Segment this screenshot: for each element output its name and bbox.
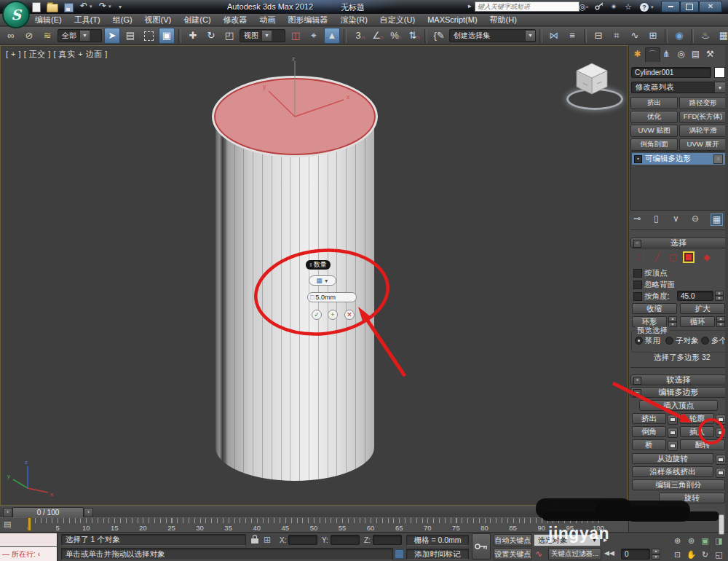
absolute-offset-toggle-icon[interactable]: ⊞ (264, 535, 271, 545)
reference-coordsys-dropdown[interactable]: 视图▼ (240, 29, 285, 42)
rectangular-selection-region-icon[interactable] (141, 28, 157, 44)
show-end-result-icon[interactable]: ▯ (654, 213, 659, 224)
qat-open-button[interactable] (47, 3, 58, 12)
curve-editor-icon[interactable]: ∿ (627, 28, 643, 44)
snaps-toggle-icon[interactable]: 3∩ (350, 28, 366, 44)
preview-off-radio[interactable]: 禁用 (635, 336, 660, 346)
extrude-settings-button[interactable] (668, 415, 678, 425)
current-frame-marker[interactable] (28, 517, 31, 531)
use-pivot-center-icon[interactable]: ◫ (288, 28, 304, 44)
modifier-shortcut-button[interactable]: 挤出 (630, 97, 678, 109)
named-selection-sets-dropdown[interactable]: 创建选择集▼ (449, 29, 536, 42)
close-button[interactable]: ✕ (699, 1, 722, 12)
outline-settings-button[interactable] (716, 415, 726, 425)
hinge-from-edge-button[interactable]: 从边旋转 (632, 453, 713, 464)
menu-item[interactable]: 自定义(U) (380, 15, 415, 26)
menu-item[interactable]: 创建(C) (183, 15, 210, 26)
maximize-viewport-icon[interactable]: ◱ (713, 549, 725, 560)
by-vertex-checkbox[interactable] (633, 269, 642, 278)
spinner-down-icon[interactable]: ▼ (652, 554, 660, 560)
redo-button[interactable]: ↷ (99, 1, 106, 11)
prev-frame-button[interactable]: ‹ (3, 508, 12, 517)
orbit-icon[interactable]: ↻ (699, 549, 711, 560)
communication-center-icon[interactable]: ✴ (607, 1, 620, 12)
align-icon[interactable]: ≡ (564, 28, 580, 44)
rollout-soft-selection-header[interactable]: +软选择 (630, 374, 727, 385)
minimize-button[interactable] (661, 1, 680, 12)
inset-button[interactable]: 插入 (680, 426, 714, 437)
auto-key-button[interactable]: 自动关键点 (494, 534, 532, 546)
maximize-button[interactable] (680, 1, 699, 12)
caddy-cancel-button[interactable]: ✕ (344, 310, 355, 320)
viewport-label[interactable]: [ + ] [ 正交 ] [ 真实 + 边面 ] (6, 49, 108, 60)
caddy-amount-field[interactable]: □5.0mm (307, 292, 357, 302)
object-color-swatch[interactable] (714, 67, 725, 78)
object-name-field[interactable]: Cylinder001 (631, 67, 711, 78)
rollout-selection-header[interactable]: −选择 (630, 238, 727, 248)
tab-hierarchy[interactable]: ⋔ (660, 47, 673, 61)
layer-manager-icon[interactable]: ⊟ (590, 28, 606, 44)
qat-new-button[interactable] (32, 2, 41, 12)
menu-item[interactable]: 工具(T) (74, 15, 100, 26)
frame-spinner[interactable]: ▲▼ (652, 549, 660, 560)
time-tag-icon[interactable] (395, 549, 404, 559)
polygon-subobject-icon-active[interactable] (683, 251, 695, 263)
viewcube[interactable] (573, 61, 611, 99)
extrude-button[interactable]: 挤出 (632, 413, 666, 424)
vertex-subobject-icon[interactable]: ∷ (635, 251, 647, 263)
spinner-down-icon[interactable]: ▼ (716, 322, 725, 328)
next-frame-button[interactable]: › (84, 508, 93, 517)
help-dropdown-icon[interactable]: ▾ (651, 4, 654, 10)
spinner-up-icon[interactable]: ▲ (668, 316, 677, 322)
modifier-shortcut-button[interactable]: 涡轮平滑 (679, 125, 727, 137)
scroll-handle[interactable] (719, 514, 724, 535)
set-key-button[interactable]: 设置关键点 (494, 548, 532, 560)
by-angle-checkbox[interactable] (633, 292, 642, 301)
current-frame-field[interactable]: 0 (621, 549, 650, 560)
go-to-start-icon[interactable]: ◀◀ (604, 549, 614, 557)
spinner-up-icon[interactable]: ▲ (716, 316, 725, 322)
select-and-move-icon[interactable]: ✚ (185, 28, 201, 44)
menu-item[interactable]: 视图(V) (145, 15, 172, 26)
keyboard-shortcut-override-button[interactable] (472, 533, 491, 560)
tab-modify[interactable]: ⌒ (645, 47, 660, 62)
select-and-link-icon[interactable]: ∞ (3, 28, 19, 44)
menu-item[interactable]: 编辑(E) (35, 15, 62, 26)
bevel-settings-button[interactable] (668, 428, 678, 438)
spinner-up-icon[interactable]: ▲ (715, 291, 724, 296)
remove-modifier-icon[interactable]: ⊖ (692, 213, 699, 224)
preview-multi-radio[interactable]: 多个 (701, 336, 727, 346)
x-coord-field[interactable] (288, 535, 317, 545)
border-subobject-icon[interactable]: ▢ (667, 251, 679, 263)
add-time-tag-field[interactable]: 添加时间标记 (406, 549, 469, 560)
y-coord-field[interactable] (331, 535, 360, 545)
angle-snap-icon[interactable]: ∠∩ (368, 28, 384, 44)
shrink-button[interactable]: 收缩 (632, 303, 677, 314)
select-and-rotate-icon[interactable]: ↻ (203, 28, 219, 44)
percent-snap-icon[interactable]: %∩ (387, 28, 403, 44)
menu-item[interactable]: MAXScript(M) (427, 15, 477, 24)
caddy-ok-button[interactable]: ✓ (312, 310, 322, 320)
select-object-button[interactable]: ➤ (104, 28, 120, 44)
qat-save-button[interactable] (64, 2, 74, 12)
by-angle-spinner[interactable]: ▲▼ (715, 291, 724, 301)
outline-button[interactable]: 轮廓 (680, 413, 714, 424)
z-coord-field[interactable] (373, 535, 402, 545)
menu-item[interactable]: 帮助(H) (490, 15, 517, 26)
edit-triangulation-button[interactable]: 编辑三角剖分 (632, 479, 725, 490)
tab-create[interactable]: ✱ (630, 47, 644, 61)
keyboard-shortcut-override-icon[interactable]: ▲ (324, 28, 340, 44)
zoom-icon[interactable]: ⊕ (671, 535, 684, 546)
selection-filter-dropdown[interactable]: 全部▼ (58, 29, 102, 42)
modifier-shortcut-button[interactable]: 路径变形 (679, 97, 727, 109)
zoom-all-icon[interactable]: ⊛ (685, 535, 697, 546)
rendered-frame-window-icon[interactable]: ▦ (716, 28, 728, 44)
unlink-selection-icon[interactable]: ⊘ (21, 28, 37, 44)
make-unique-icon[interactable]: ∨ (673, 213, 679, 224)
menu-item[interactable]: 动画 (260, 15, 276, 26)
zoom-extents-all-icon[interactable]: ◨ (713, 535, 725, 546)
key-filters-curve-icon[interactable]: ∿ (535, 549, 542, 559)
bridge-button[interactable]: 桥 (632, 439, 666, 450)
search-expand-icon[interactable]: ▸ (468, 2, 472, 9)
caddy-title-pill[interactable]: ‖数量 (306, 260, 331, 270)
